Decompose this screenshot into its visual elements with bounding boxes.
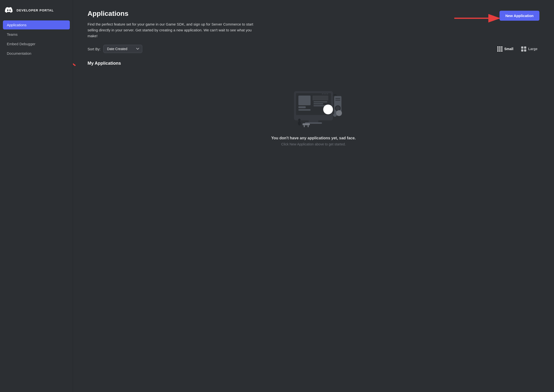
sort-row: Sort By: Date Created Name Date Modified xyxy=(88,45,142,53)
small-grid-icon xyxy=(497,46,502,52)
dot xyxy=(499,48,500,50)
arrow-teams-icon xyxy=(73,12,88,66)
page-title: Applications xyxy=(88,10,490,18)
view-small-button[interactable]: Small xyxy=(495,45,515,53)
dot xyxy=(501,50,502,52)
large-grid-icon xyxy=(521,46,526,52)
svg-rect-28 xyxy=(322,94,323,94)
page-description: Find the perfect feature set for your ga… xyxy=(88,21,258,39)
sidebar-logo: DEVELOPER PORTAL xyxy=(0,6,73,20)
svg-rect-24 xyxy=(304,125,305,127)
sidebar-item-documentation[interactable]: Documentation xyxy=(3,49,70,58)
discord-logo-icon xyxy=(5,6,14,15)
view-small-label: Small xyxy=(504,47,513,51)
my-applications-section: My Applications xyxy=(88,61,539,161)
sidebar-item-applications[interactable]: Applications xyxy=(3,20,70,29)
empty-state-subtitle: Click New Application above to get start… xyxy=(281,142,346,146)
dot xyxy=(499,50,500,52)
dot xyxy=(497,48,499,50)
svg-rect-23 xyxy=(303,123,310,125)
svg-point-27 xyxy=(298,119,301,121)
page-header: Applications Find the perfect feature se… xyxy=(88,10,539,39)
dots-grid-icon xyxy=(497,46,502,52)
svg-rect-29 xyxy=(324,94,325,94)
sidebar: DEVELOPER PORTAL Applications Teams Embe… xyxy=(0,0,73,392)
empty-state-illustration xyxy=(279,86,348,130)
svg-rect-11 xyxy=(313,103,323,104)
svg-rect-16 xyxy=(335,98,340,99)
sidebar-item-applications-label: Applications xyxy=(7,23,27,27)
controls-row: Sort By: Date Created Name Date Modified xyxy=(88,45,539,53)
sidebar-nav: Applications Teams Embed Debugger Docume… xyxy=(0,20,73,58)
svg-rect-6 xyxy=(298,96,311,105)
dot xyxy=(499,46,500,48)
sidebar-item-embed-debugger-label: Embed Debugger xyxy=(7,42,36,46)
svg-point-19 xyxy=(336,106,340,110)
large-cell xyxy=(524,46,526,49)
view-large-button[interactable]: Large xyxy=(519,45,539,53)
svg-point-22 xyxy=(333,113,337,117)
main-content: Applications Find the perfect feature se… xyxy=(73,0,554,392)
sidebar-item-embed-debugger[interactable]: Embed Debugger xyxy=(3,39,70,48)
page-header-left: Applications Find the perfect feature se… xyxy=(88,10,490,39)
svg-rect-13 xyxy=(309,120,318,122)
my-applications-title: My Applications xyxy=(88,61,539,66)
large-cell xyxy=(521,49,523,52)
svg-rect-7 xyxy=(298,106,306,108)
svg-rect-12 xyxy=(313,105,326,106)
large-cell xyxy=(524,49,526,52)
dot xyxy=(501,46,502,48)
svg-line-3 xyxy=(73,24,75,66)
new-application-button[interactable]: New Application xyxy=(500,11,539,21)
svg-rect-17 xyxy=(335,100,340,101)
svg-point-26 xyxy=(298,121,301,125)
large-grid-cells xyxy=(521,46,526,52)
dot xyxy=(501,48,502,50)
dot xyxy=(497,46,499,48)
empty-state-title: You don't have any applications yet, sad… xyxy=(271,136,356,140)
svg-rect-8 xyxy=(298,109,311,111)
view-controls: Small Large xyxy=(495,45,539,53)
svg-rect-31 xyxy=(327,94,328,94)
sidebar-item-teams-label: Teams xyxy=(7,32,18,36)
dot xyxy=(497,50,499,52)
view-large-label: Large xyxy=(528,47,537,51)
sidebar-item-teams[interactable]: Teams xyxy=(3,30,70,39)
svg-point-21 xyxy=(336,110,342,116)
sort-by-label: Sort By: xyxy=(88,47,100,51)
svg-rect-10 xyxy=(313,101,327,102)
svg-rect-25 xyxy=(308,125,309,127)
large-cell xyxy=(521,46,523,49)
sort-select[interactable]: Date Created Name Date Modified xyxy=(103,45,142,53)
svg-point-20 xyxy=(323,105,333,114)
logo-text: DEVELOPER PORTAL xyxy=(17,9,54,12)
empty-state: You don't have any applications yet, sad… xyxy=(88,72,539,161)
sidebar-item-documentation-label: Documentation xyxy=(7,51,31,55)
svg-rect-9 xyxy=(313,96,328,100)
svg-rect-30 xyxy=(325,94,326,94)
